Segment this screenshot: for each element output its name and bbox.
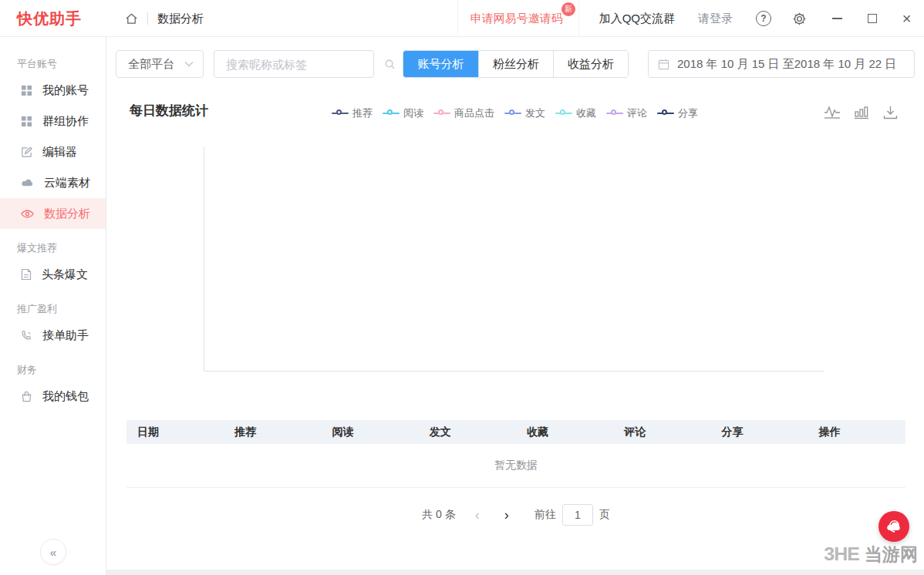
col-recommend: 推荐 [224,425,321,439]
sidebar-item-order-assistant[interactable]: 接单助手 [0,320,106,351]
date-range-picker[interactable]: 2018 年 10 月 15 日 至2018 年 10 月 22 日 [648,50,915,78]
sidebar-item-label: 我的钱包 [42,389,89,404]
search-icon[interactable] [384,59,405,70]
sidebar-section-hot-articles: 爆文推荐 [17,241,106,255]
line-series-icon [606,109,623,117]
col-actions: 操作 [808,425,905,439]
new-badge: 新 [561,2,575,16]
qq-group-link[interactable]: 加入QQ交流群 [599,12,675,26]
sidebar-item-editor[interactable]: 编辑器 [0,136,106,167]
line-chart-icon[interactable] [824,105,841,120]
cloud-icon [21,178,34,187]
legend-item-shares[interactable]: 分享 [657,106,698,120]
legend-item-posts[interactable]: 发文 [504,106,545,120]
tab-account-analysis[interactable]: 账号分析 [403,51,478,77]
legend-item-favorites[interactable]: 收藏 [555,106,596,120]
chevron-down-icon [184,61,194,67]
login-link[interactable]: 请登录 [698,12,733,26]
sidebar-item-label: 编辑器 [42,145,77,160]
sidebar-collapse-button[interactable]: « [40,539,66,565]
line-series-icon [555,109,572,117]
chart-legend: 推荐 阅读 商品点击 发文 收藏 评论 [332,106,698,120]
legend-item-product-clicks[interactable]: 商品点击 [433,106,494,120]
maximize-icon [868,14,877,23]
tab-fans-analysis[interactable]: 粉丝分析 [478,51,553,77]
headset-cloud-icon [885,517,903,536]
daily-stats-table: 日期 推荐 阅读 发文 收藏 评论 分享 操作 暂无数据 [126,420,905,488]
chart-y-axis [204,146,204,372]
window-controls: × [820,0,924,37]
page-unit-label: 页 [599,508,610,522]
chart-toolbar [824,105,899,120]
sidebar-item-data-analysis[interactable]: 数据分析 [0,198,106,229]
sidebar-section-finance: 财务 [17,363,106,377]
bottom-strip [106,570,924,575]
legend-item-comments[interactable]: 评论 [606,106,647,120]
app-logo: 快优助手 [17,0,82,37]
col-reads: 阅读 [322,425,419,439]
breadcrumb: 数据分析 [125,0,204,37]
legend-item-recommend[interactable]: 推荐 [332,106,373,120]
edit-icon [21,146,32,158]
sidebar-item-my-wallet[interactable]: 我的钱包 [0,381,106,412]
table-empty-state: 暂无数据 [126,444,905,488]
chart-title: 每日数据统计 [130,102,208,119]
eye-icon [21,210,34,218]
close-icon: × [902,11,912,26]
close-button[interactable]: × [889,0,924,37]
document-icon [21,268,32,281]
line-series-icon [657,109,674,117]
legend-item-reads[interactable]: 阅读 [383,106,423,120]
breadcrumb-current: 数据分析 [157,12,204,26]
header-actions: 申请网易号邀请码 新 加入QQ交流群 请登录 ? × [457,0,924,37]
minimize-button[interactable] [820,0,855,37]
search-input[interactable] [214,58,384,71]
sidebar-item-label: 云端素材 [44,176,90,190]
line-series-icon [504,109,521,117]
bar-chart-icon[interactable] [854,105,869,120]
sidebar-item-label: 群组协作 [42,114,89,129]
sidebar-item-cloud-assets[interactable]: 云端素材 [0,167,106,198]
sidebar-section-platform: 平台账号 [17,57,106,71]
sidebar: 平台账号 我的账号 群组协作 编辑器 云端素材 [0,37,106,575]
sidebar-item-toutiao-hot[interactable]: 头条爆文 [0,259,106,290]
double-chevron-left-icon: « [50,546,56,559]
main-content: 全部平台 账号分析 粉丝分析 收益分析 2018 年 10 月 15 日 至20… [106,37,924,575]
search-box [214,50,374,78]
sidebar-item-label: 数据分析 [44,207,90,221]
chart-x-axis [204,371,825,372]
next-page-button[interactable]: › [496,505,518,525]
site-watermark: 3HE 当游网 [824,543,918,567]
maximize-button[interactable] [855,0,889,37]
col-posts: 发文 [419,425,516,439]
home-icon[interactable] [125,12,138,25]
tab-revenue-analysis[interactable]: 收益分析 [553,51,628,77]
col-date: 日期 [126,425,224,439]
customer-service-button[interactable] [878,511,909,542]
settings-gear-icon[interactable] [791,11,808,27]
download-icon[interactable] [882,105,899,120]
minimize-icon [832,18,842,19]
line-series-icon [433,109,450,117]
pagination: 共 0 条 ‹ › 前往 页 [126,503,905,526]
table-header-row: 日期 推荐 阅读 发文 收藏 评论 分享 操作 [126,420,905,444]
watermark-logo: 3HE [824,544,859,565]
watermark-site-name: 当游网 [865,543,918,567]
prev-page-button[interactable]: ‹ [467,505,488,525]
grid-icon [21,116,32,127]
page-number-input[interactable] [562,504,593,526]
pagination-total: 共 0 条 [422,508,456,522]
analysis-tabs: 账号分析 粉丝分析 收益分析 [403,50,629,78]
sidebar-item-group-collab[interactable]: 群组协作 [0,106,106,136]
platform-select[interactable]: 全部平台 [116,50,204,78]
platform-select-value: 全部平台 [128,57,174,72]
sidebar-item-label: 我的账号 [42,83,89,98]
sidebar-section-promotion: 推广盈利 [17,302,106,316]
calendar-icon [658,59,669,70]
app-window: 快优助手 数据分析 申请网易号邀请码 新 加入QQ交流群 请登录 ? [0,0,924,575]
wallet-icon [21,391,32,402]
sidebar-item-my-accounts[interactable]: 我的账号 [0,75,106,106]
col-favorites: 收藏 [516,425,613,439]
help-icon[interactable]: ? [756,11,771,26]
invite-code-link[interactable]: 申请网易号邀请码 新 [457,0,579,37]
